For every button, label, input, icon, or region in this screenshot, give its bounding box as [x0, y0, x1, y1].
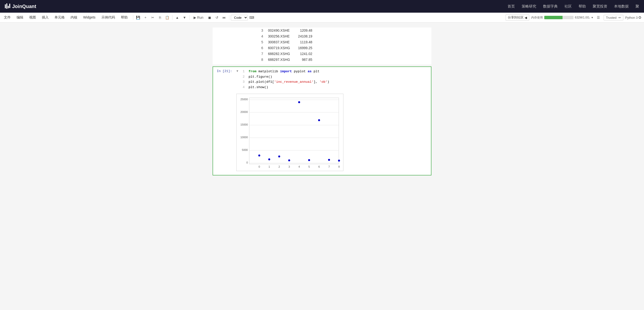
row-index: 8 — [256, 57, 266, 63]
row-code: 600719.XSHG — [266, 45, 295, 51]
trusted-label: Trusted — [606, 16, 616, 20]
svg-text:6: 6 — [318, 165, 320, 168]
nav-home[interactable]: 首页 — [508, 4, 515, 9]
table-output-cell: 3 002490.XSHE 1209.484 300256.XSHE 24108… — [212, 28, 432, 65]
stop-button[interactable]: ◼ — [206, 14, 213, 21]
python-label: Python 3 — [625, 16, 638, 20]
menu-widgets[interactable]: Widgets — [82, 15, 96, 20]
edit-icon[interactable]: ✏ — [618, 16, 621, 20]
menu-file[interactable]: 文件 — [3, 15, 12, 20]
menu-cell[interactable]: 单元格 — [54, 15, 66, 20]
svg-text:5: 5 — [308, 165, 310, 168]
paste-button[interactable]: 📋 — [164, 14, 171, 21]
row-index: 3 — [256, 28, 266, 33]
table-row: 3 002490.XSHE 1209.48 — [256, 28, 317, 33]
menu-kernel[interactable]: 内核 — [70, 15, 78, 20]
svg-point-28 — [318, 119, 320, 121]
list-button[interactable]: ☰ — [595, 14, 602, 21]
row-value: 1209.48 — [295, 28, 317, 33]
svg-point-29 — [328, 159, 330, 161]
svg-point-25 — [288, 159, 290, 161]
nav-invest[interactable]: 聚宽投资 — [593, 4, 607, 9]
restart-run-button[interactable]: ⏭ — [221, 14, 228, 21]
toolbar-sep-2 — [172, 15, 172, 20]
code-token: plt.figure() — [248, 75, 272, 79]
cell-type-select[interactable]: Code — [231, 15, 248, 21]
move-down-button[interactable]: ▼ — [181, 14, 188, 21]
kernel-status-icon — [639, 16, 641, 19]
collapse-button[interactable]: ▼ — [235, 69, 240, 73]
svg-text:10000: 10000 — [240, 136, 248, 139]
row-code: 002490.XSHE — [266, 28, 295, 33]
menu-insert[interactable]: 插入 — [41, 15, 50, 20]
nav-strategy[interactable]: 策略研究 — [522, 4, 536, 9]
move-up-button[interactable]: ▲ — [174, 14, 181, 21]
memory-value: 632M/1.0G, — [575, 16, 590, 19]
nav-data-dict[interactable]: 数据字典 — [543, 4, 558, 9]
svg-text:25000: 25000 — [240, 98, 248, 101]
copy-button[interactable]: ⎘ — [156, 14, 164, 21]
cut-button[interactable]: ✂ — [149, 14, 156, 21]
svg-text:1: 1 — [268, 165, 270, 168]
svg-point-27 — [308, 159, 310, 161]
memory-label: 内存使用 — [531, 16, 543, 20]
svg-text:7: 7 — [328, 165, 330, 168]
nav-community[interactable]: 社区 — [564, 4, 572, 9]
restart-button[interactable]: ↺ — [214, 14, 220, 21]
svg-rect-6 — [249, 98, 339, 164]
logo[interactable]: JoinQuant — [5, 4, 36, 9]
code-token: import — [280, 70, 292, 73]
add-cell-button[interactable]: ＋ — [142, 14, 149, 21]
svg-text:8: 8 — [338, 165, 340, 168]
code-line: 1from matplotlib import pyplot as plt — [240, 69, 431, 74]
svg-point-23 — [268, 158, 270, 160]
row-code: 300837.XSHE — [266, 39, 295, 45]
menu-bar: 文件 编辑 视图 插入 单元格 内核 Widgets 示例代码 帮助 — [3, 15, 129, 20]
memory-bar-outer — [544, 16, 574, 19]
row-value: 1241.02 — [295, 51, 317, 57]
code-token: 'inc_revenue_annual' — [274, 80, 314, 84]
toolbar-right: 分享到社区 ◀ 内存使用 632M/1.0G, ▾ ☰ Trusted ✏ Py… — [506, 14, 641, 21]
trusted-badge: Trusted ✏ — [604, 15, 623, 21]
nav-help[interactable]: 帮助 — [578, 4, 586, 9]
row-index: 5 — [256, 39, 266, 45]
menu-view[interactable]: 视图 — [28, 15, 37, 20]
toolbar-sep-3 — [190, 15, 190, 20]
run-label: Run — [197, 16, 204, 20]
menu-examples[interactable]: 示例代码 — [100, 15, 116, 20]
scatter-chart: 0 5000 10000 15000 20000 25000 — [238, 96, 341, 169]
toolbar: 文件 编辑 视图 插入 单元格 内核 Widgets 示例代码 帮助 💾 ＋ ✂… — [0, 13, 644, 23]
nav-local-data[interactable]: 本地数据 — [614, 4, 629, 9]
line-number: 3 — [240, 79, 245, 85]
menu-help[interactable]: 帮助 — [120, 15, 129, 20]
memory-bar-inner — [544, 16, 563, 19]
share-icon: ◀ — [524, 16, 527, 20]
run-button[interactable]: ▶ Run — [191, 15, 206, 21]
code-token: from — [248, 70, 256, 73]
code-cell-21[interactable]: In [21]: ▼ 1from matplotlib import pyplo… — [212, 67, 432, 175]
row-value: 16999.25 — [295, 45, 317, 51]
menu-edit[interactable]: 编辑 — [16, 15, 24, 20]
share-button[interactable]: 分享到社区 ◀ — [506, 14, 529, 21]
svg-text:0: 0 — [246, 161, 248, 164]
memory-usage: 内存使用 632M/1.0G, ▾ — [531, 16, 593, 20]
table-row: 6 600719.XSHG 16999.25 — [256, 45, 317, 51]
toolbar-sep-1 — [133, 15, 133, 20]
code-token: as — [308, 70, 312, 73]
code-token: pyplot — [292, 70, 308, 73]
table-row: 7 688282.XSHG 1241.02 — [256, 51, 317, 57]
line-number: 1 — [240, 69, 245, 74]
table-row: 5 300837.XSHE 1119.48 — [256, 39, 317, 45]
memory-dropdown-icon[interactable]: ▾ — [592, 16, 593, 19]
svg-text:0: 0 — [258, 165, 260, 168]
run-icon: ▶ — [194, 16, 196, 20]
code-token: plt — [312, 70, 319, 73]
nav-extra[interactable]: 聚 — [636, 4, 639, 9]
code-block[interactable]: 1from matplotlib import pyplot as plt2pl… — [240, 69, 431, 90]
logo-icon — [5, 4, 10, 9]
save-button[interactable]: 💾 — [135, 14, 142, 21]
nav-links: 首页 策略研究 数据字典 社区 帮助 聚宽投资 本地数据 聚 — [508, 4, 639, 9]
svg-text:2: 2 — [278, 165, 280, 168]
keyboard-button[interactable]: ⌨ — [248, 14, 255, 21]
code-token: 'ob' — [320, 80, 327, 84]
